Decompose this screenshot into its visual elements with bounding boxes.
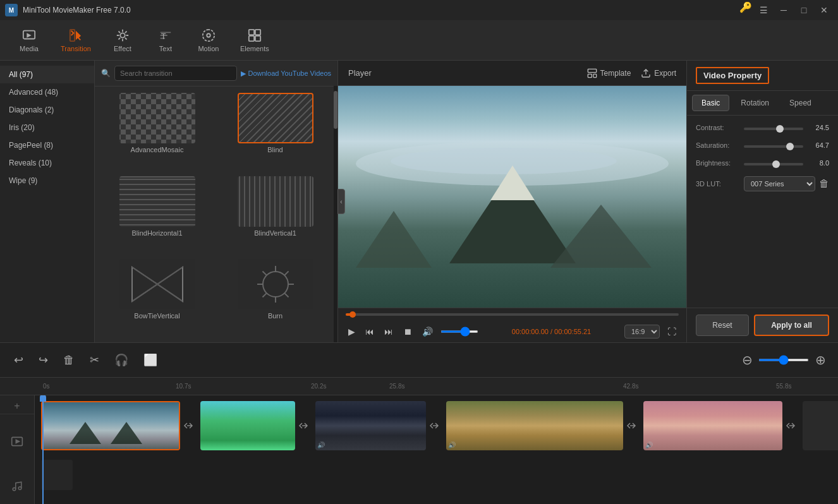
aspect-ratio-select[interactable]: 16:9 4:3 1:1 9:16: [624, 325, 660, 339]
category-all[interactable]: All (97): [0, 66, 94, 83]
contrast-row: Contrast: 24.5: [696, 123, 829, 132]
youtube-icon: ▶: [241, 69, 246, 78]
add-track-button[interactable]: +: [0, 398, 34, 414]
media-label: Media: [20, 45, 39, 52]
toolbar-item-effect[interactable]: Effect: [104, 25, 142, 56]
transition-marker-4[interactable]: [623, 401, 642, 450]
toolbar-item-elements[interactable]: Elements: [233, 25, 277, 56]
zoom-slider[interactable]: [758, 359, 809, 361]
transition-blind-vertical[interactable]: BlindVertical1: [219, 176, 331, 253]
zoom-in-button[interactable]: ⊕: [813, 352, 828, 368]
search-input[interactable]: [114, 66, 237, 81]
transition-burn[interactable]: Burn: [219, 259, 331, 336]
burn-svg: [244, 261, 307, 308]
prev-frame-button[interactable]: ⏮: [363, 325, 377, 338]
lut-row: 3D LUT: 007 Series None Vintage Cool War…: [696, 176, 829, 191]
audio-button[interactable]: 🎧: [111, 351, 132, 369]
tab-rotation[interactable]: Rotation: [732, 95, 778, 111]
transitions-search-bar: 🔍 ▶ Download YouTube Videos: [95, 61, 337, 87]
category-reveals[interactable]: Reveals (10): [0, 154, 94, 172]
category-wipe[interactable]: Wipe (9): [0, 172, 94, 189]
reset-button[interactable]: Reset: [696, 315, 749, 336]
minimize-button[interactable]: ─: [775, 1, 792, 19]
playback-timeline[interactable]: [346, 313, 679, 316]
transition-marker-3[interactable]: [426, 401, 445, 450]
video-clip-2[interactable]: [200, 401, 295, 450]
video-clip-4[interactable]: 🔊: [446, 401, 623, 450]
close-button[interactable]: ✕: [815, 1, 833, 19]
apply-all-button[interactable]: Apply to all: [754, 315, 829, 336]
lut-select[interactable]: 007 Series None Vintage Cool Warm: [744, 176, 815, 191]
crop-button[interactable]: ⬜: [140, 351, 161, 369]
scrollbar-thumb[interactable]: [334, 91, 337, 129]
tab-speed[interactable]: Speed: [780, 95, 820, 111]
transition-blind[interactable]: Blind: [219, 93, 331, 170]
video-frame: [338, 86, 686, 308]
next-frame-button[interactable]: ⏭: [382, 325, 396, 338]
toolbar-item-motion[interactable]: Motion: [190, 25, 228, 56]
toolbar-item-media[interactable]: Media: [10, 25, 48, 56]
fullscreen-button[interactable]: ⛶: [665, 325, 679, 338]
brightness-slider[interactable]: [744, 163, 803, 165]
svg-rect-8: [255, 35, 260, 40]
undo-button[interactable]: ↩: [10, 351, 27, 369]
transition-thumb-blind: [238, 93, 313, 143]
volume-slider[interactable]: [440, 330, 478, 333]
app-title: MiniTool MovieMaker Free 7.0.0: [23, 6, 131, 15]
video-clip-1[interactable]: [41, 401, 180, 450]
toolbar-item-text[interactable]: T Text: [147, 25, 185, 56]
video-clip-3[interactable]: 🔊: [315, 401, 426, 450]
template-button[interactable]: Template: [587, 68, 631, 78]
transition-marker-5[interactable]: [782, 401, 801, 450]
app-logo: M: [5, 4, 18, 16]
video-clip-6[interactable]: [803, 401, 838, 450]
svg-point-2: [120, 33, 124, 37]
contrast-slider[interactable]: [744, 128, 803, 130]
transition-marker-2[interactable]: [295, 401, 314, 450]
lut-delete-button[interactable]: 🗑: [819, 178, 829, 189]
svg-line-18: [262, 272, 266, 275]
brightness-row: Brightness: 8.0: [696, 159, 829, 167]
transition-bowtie-vertical[interactable]: BowTieVertical: [101, 259, 213, 336]
transition-marker-1[interactable]: [180, 401, 199, 450]
svg-rect-6: [255, 29, 260, 34]
hamburger-menu-button[interactable]: ☰: [755, 1, 772, 19]
play-button[interactable]: ▶: [346, 325, 358, 338]
panel-collapse-button[interactable]: ‹: [337, 189, 345, 214]
transition-advanced-mosaic[interactable]: AdvancedMosaic: [101, 93, 213, 170]
category-advanced[interactable]: Advanced (48): [0, 83, 94, 101]
contrast-value: 24.5: [807, 124, 829, 131]
maximize-button[interactable]: □: [795, 1, 813, 19]
time-display: 00:00:00.00 / 00:00:55.21: [483, 328, 619, 335]
transition-blind-horizontal[interactable]: BlindHorizontal1: [101, 176, 213, 253]
volume-button[interactable]: 🔊: [420, 325, 435, 338]
category-pagepeel[interactable]: PagePeel (8): [0, 136, 94, 154]
total-time: 00:00:55.21: [554, 328, 591, 335]
brightness-slider-container: [744, 159, 803, 167]
delete-button[interactable]: 🗑: [59, 351, 78, 369]
brightness-value: 8.0: [807, 159, 829, 167]
timeline-thumb[interactable]: [349, 311, 356, 318]
main-area: All (97) Advanced (48) Diagonals (2) Iri…: [0, 61, 838, 342]
audio-clip-placeholder: [41, 460, 73, 490]
transition-marker-icon-3: [428, 418, 443, 433]
download-youtube-button[interactable]: ▶ Download YouTube Videos: [241, 69, 332, 78]
transition-label-blind-vertical: BlindVertical1: [254, 229, 296, 237]
toolbar-item-transition[interactable]: Transition: [53, 25, 99, 56]
transition-thumb-blind-horizontal: [119, 176, 195, 227]
tab-basic[interactable]: Basic: [692, 95, 729, 111]
cut-button[interactable]: ✂: [86, 351, 103, 369]
saturation-slider[interactable]: [744, 145, 803, 148]
category-iris[interactable]: Iris (20): [0, 119, 94, 136]
text-label: Text: [159, 45, 172, 52]
export-button[interactable]: Export: [641, 68, 676, 78]
titlebar-controls: 🔑 ☰ ─ □ ✕: [739, 1, 833, 19]
timeline-ruler: 0s 10.7s 20.2s 25.8s 42.8s 55.8s: [0, 378, 838, 395]
category-diagonals[interactable]: Diagonals (2): [0, 101, 94, 119]
redo-button[interactable]: ↪: [35, 351, 52, 369]
video-clip-5[interactable]: 🔊: [643, 401, 782, 450]
ruler-mark-55s: 55.8s: [776, 383, 791, 390]
stop-button[interactable]: ⏹: [401, 325, 415, 338]
zoom-out-button[interactable]: ⊖: [739, 352, 755, 368]
transition-thumb-blind-vertical: [238, 176, 313, 227]
